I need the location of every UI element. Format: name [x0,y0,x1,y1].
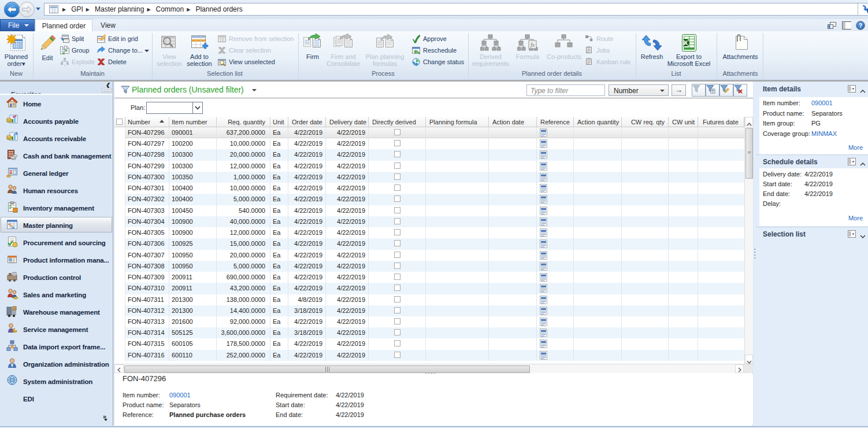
svg-text:fx: fx [531,42,535,48]
svg-text:X: X [684,39,688,46]
